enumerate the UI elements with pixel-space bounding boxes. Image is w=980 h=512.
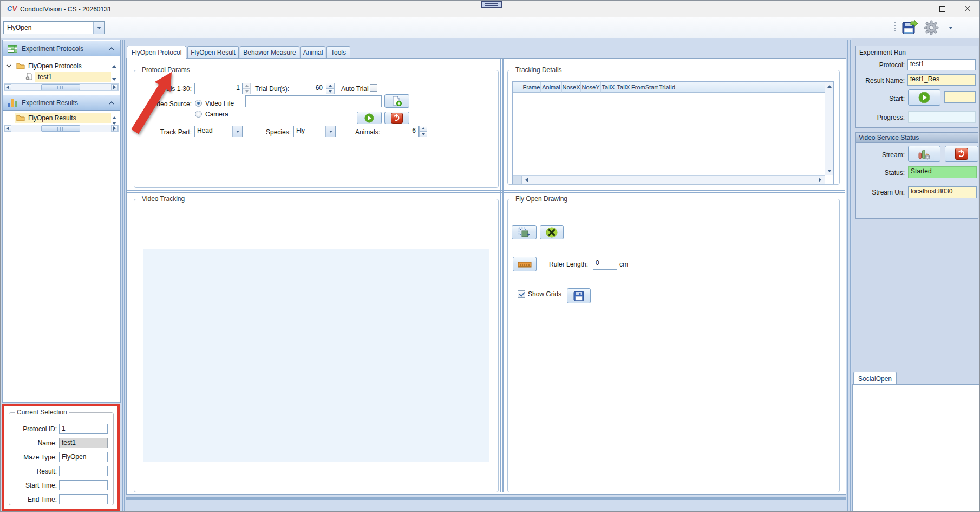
tree-item-label: test1 — [38, 73, 52, 81]
tab-animal[interactable]: Animal — [300, 46, 325, 58]
auto-trial-checkbox[interactable] — [370, 84, 377, 92]
chevron-up-icon[interactable] — [109, 101, 114, 105]
stop-tracking-button[interactable] — [384, 112, 409, 124]
table-header-tailx[interactable]: TailX — [601, 82, 616, 93]
save-drawing-button[interactable] — [567, 288, 591, 303]
table-header-fromstart[interactable]: FromStart — [631, 82, 658, 93]
trials-field[interactable]: 1 — [194, 83, 243, 94]
spin-up-button[interactable] — [326, 83, 335, 89]
scroll-thumb[interactable] — [41, 125, 80, 132]
spin-down-button[interactable] — [419, 132, 427, 138]
maximize-button[interactable] — [930, 1, 955, 17]
result-field[interactable] — [59, 466, 108, 476]
table-header-frame[interactable]: Frame — [522, 82, 541, 93]
results-horizontal-scrollbar[interactable] — [4, 125, 119, 132]
tree-scroll-down-button[interactable] — [112, 75, 116, 82]
save-button[interactable] — [899, 19, 920, 36]
table-header-cell[interactable] — [513, 82, 522, 93]
table-header-nosey[interactable]: NoseY — [581, 82, 601, 93]
species-dropdown[interactable]: Fly — [293, 126, 336, 137]
start-time-field[interactable] — [59, 480, 108, 490]
close-button[interactable] — [955, 1, 980, 17]
spin-down-button[interactable] — [326, 89, 335, 95]
right-panel-splitter[interactable] — [847, 40, 851, 511]
main-column-splitter[interactable] — [500, 59, 504, 492]
delete-shape-button[interactable] — [540, 225, 564, 239]
status-field: Started — [908, 166, 977, 178]
tree-item-test1[interactable]: test1 — [3, 72, 111, 82]
minimize-button[interactable] — [904, 1, 929, 17]
draw-shape-button[interactable] — [512, 225, 537, 239]
ruler-length-field[interactable]: 0 — [593, 258, 617, 270]
scroll-left-button[interactable] — [522, 176, 530, 184]
animals-field[interactable]: 6 — [383, 126, 419, 137]
protocol-id-field[interactable]: 1 — [59, 424, 108, 434]
table-horizontal-scrollbar[interactable] — [513, 175, 825, 184]
start-time-display-field[interactable] — [944, 91, 976, 103]
scroll-up-button[interactable] — [826, 82, 833, 90]
tree-item-flyopen-protocols[interactable]: FlyOpen Protocols — [3, 61, 111, 71]
main-row-splitter[interactable] — [127, 190, 845, 193]
tab-socialopen[interactable]: SocialOpen — [853, 372, 897, 385]
scroll-down-button[interactable] — [826, 167, 833, 174]
scroll-right-button[interactable] — [816, 176, 824, 184]
tab-tools[interactable]: Tools — [326, 46, 350, 58]
toolbar-overflow-button[interactable] — [947, 24, 955, 32]
groupbox-title: Fly Open Drawing — [513, 195, 570, 203]
main-bottom-splitter[interactable] — [126, 497, 846, 500]
add-video-file-button[interactable] — [384, 94, 409, 108]
tab-behavior-measure[interactable]: Behavior Measure — [240, 46, 299, 58]
table-header-animal[interactable]: Animal — [541, 82, 562, 93]
table-header-nosex[interactable]: NoseX — [562, 82, 581, 93]
table-header-tailx2[interactable]: TailX — [616, 82, 631, 93]
settings-button[interactable] — [921, 19, 942, 36]
spin-up-button[interactable] — [419, 126, 427, 132]
tab-flyopen-protocol[interactable]: FlyOpen Protocol — [127, 46, 186, 59]
snap-layout-indicator[interactable] — [481, 1, 502, 8]
folder-icon — [16, 62, 25, 69]
dropdown-button[interactable] — [232, 126, 242, 137]
show-grids-checkbox[interactable] — [518, 290, 525, 298]
sidebar-header-experiment-protocols[interactable]: Experiment Protocols — [3, 41, 120, 56]
protocol-selector-combobox[interactable]: FlyOpen — [3, 21, 105, 34]
video-file-path-field[interactable] — [245, 95, 382, 107]
tree-item-flyopen-results[interactable]: FlyOpen Results — [3, 113, 111, 123]
stream-uri-field[interactable]: localhost:8030 — [908, 186, 977, 198]
name-field[interactable]: test1 — [59, 438, 108, 448]
protocols-horizontal-scrollbar[interactable] — [4, 83, 119, 91]
scroll-corner — [513, 176, 522, 184]
track-part-dropdown[interactable]: Head — [194, 126, 243, 137]
dropdown-button[interactable] — [325, 126, 335, 137]
table-vertical-scrollbar[interactable] — [825, 82, 833, 175]
protocol-field[interactable]: test1 — [907, 59, 976, 70]
tree-scroll-up-button[interactable] — [112, 62, 116, 69]
camera-radio[interactable] — [195, 111, 202, 118]
video-file-radio[interactable] — [195, 100, 202, 107]
ruler-unit-label: cm — [619, 260, 628, 269]
protocol-selector-dropdown-button[interactable] — [93, 22, 104, 34]
scroll-left-button[interactable] — [4, 125, 11, 132]
table-header-trialid[interactable]: TrialId — [658, 82, 676, 93]
tree-expand-icon[interactable] — [6, 64, 11, 68]
scroll-right-button[interactable] — [111, 84, 118, 90]
maze-type-field[interactable]: FlyOpen — [59, 452, 108, 462]
caret-down-icon — [236, 131, 239, 133]
video-tracking-canvas[interactable] — [143, 249, 489, 462]
start-tracking-button[interactable] — [357, 112, 382, 124]
trial-dur-spinner[interactable] — [326, 83, 335, 94]
sidebar-header-experiment-results[interactable]: Experiment Results — [3, 95, 120, 111]
toolbar-grip[interactable] — [894, 22, 896, 33]
stream-stop-button[interactable] — [945, 146, 978, 162]
scroll-right-button[interactable] — [111, 125, 118, 132]
ruler-button[interactable] — [513, 257, 537, 271]
tab-flyopen-result[interactable]: FlyOpen Result — [187, 46, 239, 58]
scroll-left-button[interactable] — [4, 84, 11, 90]
chevron-up-icon[interactable] — [109, 47, 114, 50]
scroll-thumb[interactable] — [41, 84, 80, 90]
end-time-field[interactable] — [59, 494, 108, 504]
animals-spinner[interactable] — [419, 126, 427, 137]
result-name-field[interactable]: test1_Res — [907, 74, 976, 86]
trial-dur-field[interactable]: 60 — [292, 83, 325, 94]
stream-chart-button[interactable] — [908, 146, 940, 162]
start-run-button[interactable] — [908, 89, 940, 106]
